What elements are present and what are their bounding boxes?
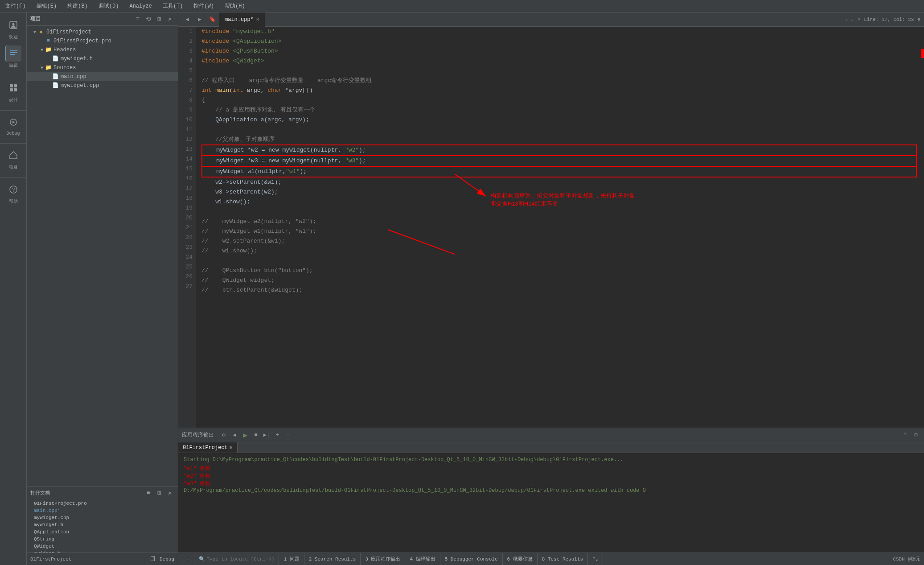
tree-view: ▼ ◈ 01FirstProject ■ 01FirstProject.pro …	[27, 26, 178, 486]
open-doc-1[interactable]: main.cpp*	[27, 507, 178, 514]
svg-rect-5	[10, 84, 13, 87]
tab-maincpp-close[interactable]: ✕	[256, 16, 259, 23]
bottom-tab-close[interactable]: ✕	[230, 444, 233, 451]
tab-bar: main.cpp* ✕	[219, 12, 843, 27]
status-arrows[interactable]: ⌃⌄	[588, 553, 603, 565]
maincpp-label: main.cpp	[61, 74, 86, 80]
panel-split-btn[interactable]: ⊞	[155, 15, 164, 24]
main-layout: 欢迎 编辑 设计 Debug 项目	[0, 12, 924, 565]
open-docs-icons: ≡ ⊞ ✕	[144, 488, 174, 497]
panel-title: 项目	[30, 15, 41, 23]
open-docs-close[interactable]: ✕	[165, 488, 174, 497]
bottom-next-btn[interactable]: ▶|	[262, 431, 271, 440]
open-doc-5[interactable]: QString	[27, 536, 178, 543]
tree-item-maincpp[interactable]: 📄 main.cpp	[27, 72, 178, 81]
sources-label: Sources	[53, 65, 76, 71]
design-label: 设计	[9, 97, 18, 103]
svg-point-1	[12, 23, 14, 25]
red-scroll-marker	[921, 49, 924, 58]
bottom-tab-project[interactable]: 01FirstProject ✕	[178, 442, 238, 453]
maincpp-icon: 📄	[52, 73, 59, 80]
status-problems[interactable]: 1 问题	[279, 553, 304, 565]
open-doc-2[interactable]: mywidget.cpp	[27, 514, 178, 521]
open-docs-panel: 打开文档 ≡ ⊞ ✕ 01FirstProject.pro main.cpp* …	[27, 486, 178, 565]
welcome-icon	[5, 17, 21, 33]
open-doc-3[interactable]: mywidget.h	[27, 521, 178, 528]
output-end: D:/MyProgram/practice_Qt/codes/bulidingT…	[184, 487, 919, 494]
toolbar-right: ⌵ ⌵ # Line: 17, Col: 23 ⊕	[845, 16, 920, 22]
sidebar-project[interactable]: 项目	[5, 147, 21, 170]
bottom-stop-btn[interactable]: ■	[251, 431, 260, 440]
status-compile-output[interactable]: 4 编译输出	[405, 553, 440, 565]
open-doc-6[interactable]: QWidget	[27, 543, 178, 550]
line-numbers: 12345 678910 1112131415 1617181920 21222…	[178, 27, 196, 428]
panel-header: 项目 ≡ ⟲ ⊞ ✕	[27, 12, 178, 26]
project-name-bottom: 01FirstProject	[30, 557, 71, 562]
bottom-prev-btn[interactable]: ◀	[230, 431, 239, 440]
panel-sync-btn[interactable]: ⟲	[144, 15, 153, 24]
status-debugger-console[interactable]: 5 Debugger Console	[440, 553, 503, 565]
status-search-input-area[interactable]: 🔍 Type to locate (Ctrl+K)	[194, 553, 279, 565]
menu-tools[interactable]: 工具(T)	[161, 1, 185, 11]
tree-item-pro[interactable]: ■ 01FirstProject.pro	[27, 37, 178, 45]
panel-icons: ≡ ⟲ ⊞ ✕	[133, 15, 174, 24]
forward-btn[interactable]: ▶	[194, 14, 205, 25]
sidebar-design[interactable]: 设计	[5, 80, 21, 103]
open-docs-filter[interactable]: ≡	[144, 488, 153, 497]
sidebar-debug[interactable]: Debug	[5, 114, 21, 136]
panel-close-btn[interactable]: ✕	[165, 15, 174, 24]
file-selector[interactable]: ⌵ ⌵	[845, 16, 854, 22]
tree-item-headers[interactable]: ▼ 📁 Headers	[27, 45, 178, 54]
output-w2: "w2" 析构	[184, 472, 919, 480]
open-docs-split[interactable]: ⊞	[155, 488, 164, 497]
status-app-output[interactable]: 3 应用程序输出	[361, 553, 405, 565]
bottom-collapse-btn[interactable]: ⌃	[901, 431, 910, 440]
project-icon-tree: ◈	[37, 29, 45, 36]
svg-text:?: ?	[12, 187, 15, 194]
tree-item-mywidgetcpp[interactable]: 📄 mywidget.cpp	[27, 81, 178, 90]
status-hamburger[interactable]: ≡	[182, 553, 194, 565]
sidebar-welcome[interactable]: 欢迎	[5, 17, 21, 40]
editor-area[interactable]: 12345 678910 1112131415 1617181920 21222…	[178, 27, 924, 428]
panel-filter-btn[interactable]: ≡	[133, 15, 142, 24]
menu-file[interactable]: 文件(F)	[4, 1, 28, 11]
design-icon	[5, 80, 21, 96]
open-doc-0[interactable]: 01FirstProject.pro	[27, 500, 178, 507]
divider1	[0, 76, 26, 76]
right-side: ◀ ▶ 🔖 main.cpp* ✕ ⌵ ⌵ # Line: 17, Col: 2…	[178, 12, 924, 565]
editor-toolbar: ◀ ▶ 🔖 main.cpp* ✕ ⌵ ⌵ # Line: 17, Col: 2…	[178, 12, 924, 27]
status-search-results[interactable]: 2 Search Results	[304, 553, 361, 565]
welcome-label: 欢迎	[9, 34, 18, 40]
tab-maincpp[interactable]: main.cpp* ✕	[219, 12, 265, 27]
expand-btn[interactable]: ⊕	[917, 16, 920, 22]
menu-edit[interactable]: 编辑(E)	[35, 1, 59, 11]
menu-controls[interactable]: 控件(W)	[192, 1, 216, 11]
tree-item-mywidgeth[interactable]: 📄 mywidget.h	[27, 54, 178, 63]
status-test-results[interactable]: 8 Test Results	[538, 553, 588, 565]
bottom-minus-btn[interactable]: −	[283, 431, 292, 440]
bottom-expand-btn[interactable]: ⊞	[912, 431, 920, 440]
bottom-play-btn[interactable]: ▶	[241, 431, 250, 440]
debug-bottom-icon[interactable]: 🖥	[149, 555, 156, 563]
open-doc-4[interactable]: QApplication	[27, 528, 178, 536]
project-panel: 项目 ≡ ⟲ ⊞ ✕ ▼ ◈ 01FirstProject ■ 01FirstP…	[27, 12, 178, 565]
menu-help[interactable]: 帮助(H)	[223, 1, 247, 11]
tree-item-sources[interactable]: ▼ 📁 Sources	[27, 63, 178, 72]
menu-analyze[interactable]: Analyze	[127, 2, 153, 10]
project-icon	[5, 147, 21, 163]
bookmark-btn[interactable]: 🔖	[207, 14, 218, 25]
status-right: CSDN @杨元	[893, 556, 920, 562]
output-start: Starting D:\MyProgram\practice_Qt\codes\…	[184, 457, 919, 463]
sidebar-help[interactable]: ? 帮助	[5, 181, 21, 205]
bottom-tab-bar: 01FirstProject ✕	[178, 442, 924, 453]
pro-icon: ■	[45, 37, 52, 45]
bottom-add-btn[interactable]: +	[273, 431, 282, 440]
code-content[interactable]: #include "mywidget.h" #include <QApplica…	[196, 27, 924, 428]
status-summary[interactable]: 6 概要信息	[503, 553, 538, 565]
menu-debug[interactable]: 调试(D)	[97, 1, 121, 11]
tree-item-project[interactable]: ▼ ◈ 01FirstProject	[27, 28, 178, 37]
back-btn[interactable]: ◀	[182, 14, 193, 25]
bottom-settings-btn[interactable]: ⚙	[219, 431, 228, 440]
sidebar-edit[interactable]: 编辑	[5, 45, 21, 69]
menu-build[interactable]: 构建(B)	[66, 1, 90, 11]
